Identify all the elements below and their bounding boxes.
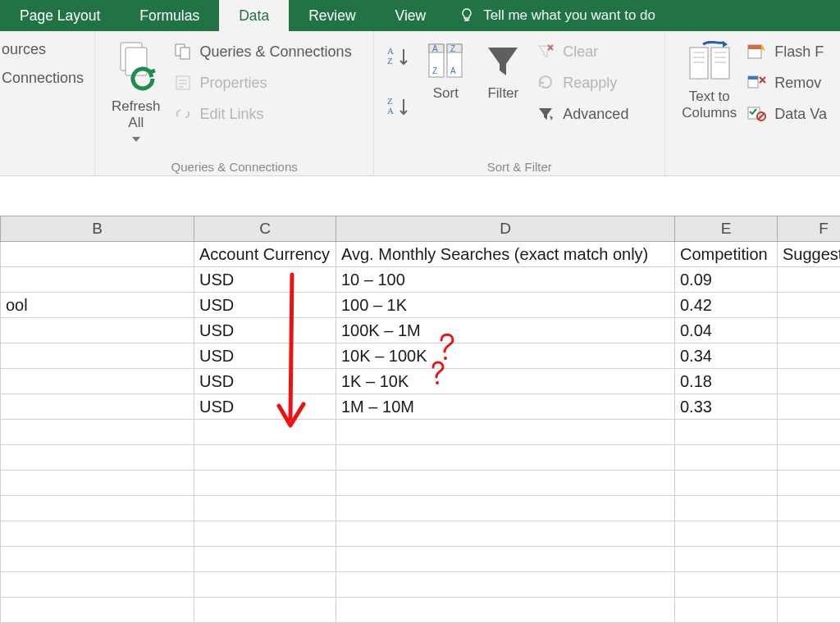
cell[interactable]: Suggest xyxy=(778,242,841,267)
cell[interactable]: 10 – 100 xyxy=(336,267,675,293)
cell[interactable] xyxy=(1,242,194,267)
cell[interactable]: 1K – 10K xyxy=(336,369,675,394)
queries-connections-icon xyxy=(174,43,192,61)
cell[interactable] xyxy=(778,369,841,394)
cell[interactable] xyxy=(1,267,194,293)
filter-icon xyxy=(483,41,523,80)
reapply-icon xyxy=(536,74,555,92)
table-row[interactable] xyxy=(1,547,841,572)
cell[interactable] xyxy=(778,267,841,293)
cell[interactable]: Competition xyxy=(675,242,778,267)
edit-links-icon xyxy=(174,105,192,123)
table-row[interactable]: USD 100K – 1M 0.04 xyxy=(1,318,841,343)
flash-fill-label: Flash F xyxy=(774,43,824,61)
advanced-icon xyxy=(536,105,555,123)
sort-button[interactable]: A Z Z A Sort xyxy=(417,36,474,102)
svg-text:A: A xyxy=(387,106,394,116)
cell[interactable] xyxy=(1,369,194,394)
remove-duplicates-icon xyxy=(746,74,766,92)
cell[interactable] xyxy=(778,318,841,343)
remove-duplicates-button[interactable]: Remov xyxy=(746,74,827,92)
queries-connections-button[interactable]: Queries & Connections xyxy=(174,43,352,61)
cell[interactable]: USD xyxy=(194,343,336,369)
cell[interactable]: 0.04 xyxy=(675,318,778,343)
table-row[interactable] xyxy=(1,598,841,623)
cell[interactable]: USD xyxy=(194,369,336,394)
clear-filter-button[interactable]: Clear xyxy=(536,43,628,61)
cell[interactable]: 0.09 xyxy=(675,267,778,293)
table-row[interactable]: USD 10 – 100 0.09 xyxy=(1,267,841,293)
cell[interactable]: USD xyxy=(194,318,336,343)
properties-button[interactable]: Properties xyxy=(174,74,352,92)
table-row[interactable]: Account Currency Avg. Monthly Searches (… xyxy=(1,242,841,267)
table-row[interactable]: USD 10K – 100K 0.34 xyxy=(1,343,841,369)
table-row[interactable] xyxy=(1,471,841,496)
tab-data[interactable]: Data xyxy=(219,0,289,31)
cell[interactable] xyxy=(778,343,841,369)
svg-rect-3 xyxy=(180,48,189,59)
cell[interactable] xyxy=(1,394,194,420)
data-validation-button[interactable]: Data Va xyxy=(746,105,827,123)
cell[interactable]: 10K – 100K xyxy=(336,343,675,369)
worksheet[interactable]: B C D E F Account Currency Avg. Monthly … xyxy=(0,176,840,623)
sort-desc-button[interactable]: Z A xyxy=(387,96,412,125)
tab-page-layout[interactable]: Page Layout xyxy=(0,0,120,31)
cell[interactable] xyxy=(778,394,841,420)
filter-button[interactable]: Filter xyxy=(474,36,532,102)
refresh-all-button[interactable]: RefreshAll xyxy=(103,36,169,142)
cell[interactable]: 100 – 1K xyxy=(336,293,675,318)
cell[interactable]: 0.33 xyxy=(675,394,778,420)
advanced-filter-button[interactable]: Advanced xyxy=(536,105,628,123)
cell[interactable] xyxy=(778,293,841,318)
reapply-label: Reapply xyxy=(563,75,617,92)
connections-partial-label[interactable]: Connections xyxy=(2,70,78,87)
sources-partial-label[interactable]: ources xyxy=(2,41,78,58)
cell[interactable]: 0.18 xyxy=(675,369,778,394)
spreadsheet-grid[interactable]: B C D E F Account Currency Avg. Monthly … xyxy=(0,216,840,623)
col-header-D[interactable]: D xyxy=(336,216,675,242)
reapply-button[interactable]: Reapply xyxy=(536,74,628,92)
cell[interactable]: ool xyxy=(1,293,194,318)
tell-me-search[interactable]: Tell me what you want to do xyxy=(445,0,669,31)
sort-asc-button[interactable]: A Z xyxy=(387,46,412,75)
tab-view[interactable]: View xyxy=(376,0,446,31)
cell[interactable]: 0.42 xyxy=(675,293,778,318)
table-row[interactable] xyxy=(1,521,841,547)
cell[interactable]: USD xyxy=(194,394,336,420)
flash-fill-button[interactable]: Flash F xyxy=(746,43,827,61)
cell[interactable]: Avg. Monthly Searches (exact match only) xyxy=(336,242,675,267)
svg-text:A: A xyxy=(432,44,438,53)
table-row[interactable] xyxy=(1,496,841,521)
table-row[interactable]: USD 1M – 10M 0.33 xyxy=(1,394,841,420)
svg-rect-20 xyxy=(748,45,761,49)
table-row[interactable] xyxy=(1,420,841,445)
col-header-C[interactable]: C xyxy=(194,216,336,242)
cell[interactable] xyxy=(1,343,194,369)
cell[interactable]: USD xyxy=(194,267,336,293)
cell[interactable]: USD xyxy=(194,293,336,318)
cell[interactable]: 1M – 10M xyxy=(336,394,675,420)
table-row[interactable]: ool USD 100 – 1K 0.42 xyxy=(1,293,841,318)
text-to-columns-button[interactable]: Text toColumns xyxy=(673,36,745,122)
clear-icon xyxy=(536,43,555,61)
cell[interactable] xyxy=(1,318,194,343)
table-row[interactable]: USD 1K – 10K 0.18 xyxy=(1,369,841,394)
cell[interactable]: 100K – 1M xyxy=(336,318,675,343)
table-row[interactable] xyxy=(1,445,841,471)
sort-desc-icon: Z A xyxy=(387,96,412,121)
tab-review[interactable]: Review xyxy=(289,0,375,31)
table-row[interactable] xyxy=(1,572,841,598)
tab-formulas[interactable]: Formulas xyxy=(120,0,219,31)
cell[interactable]: Account Currency xyxy=(194,242,336,267)
edit-links-button[interactable]: Edit Links xyxy=(174,105,352,123)
cell[interactable]: 0.34 xyxy=(675,343,778,369)
col-header-F[interactable]: F xyxy=(778,216,841,242)
sort-label: Sort xyxy=(433,85,459,102)
chevron-down-icon xyxy=(132,137,140,142)
svg-text:Z: Z xyxy=(387,56,393,66)
group-sort-filter: A Z Z A xyxy=(374,31,665,175)
col-header-B[interactable]: B xyxy=(1,216,194,242)
group-data-tools-partial: Text toColumns Flash F xyxy=(665,31,840,175)
col-header-E[interactable]: E xyxy=(675,216,778,242)
svg-rect-22 xyxy=(748,76,758,80)
